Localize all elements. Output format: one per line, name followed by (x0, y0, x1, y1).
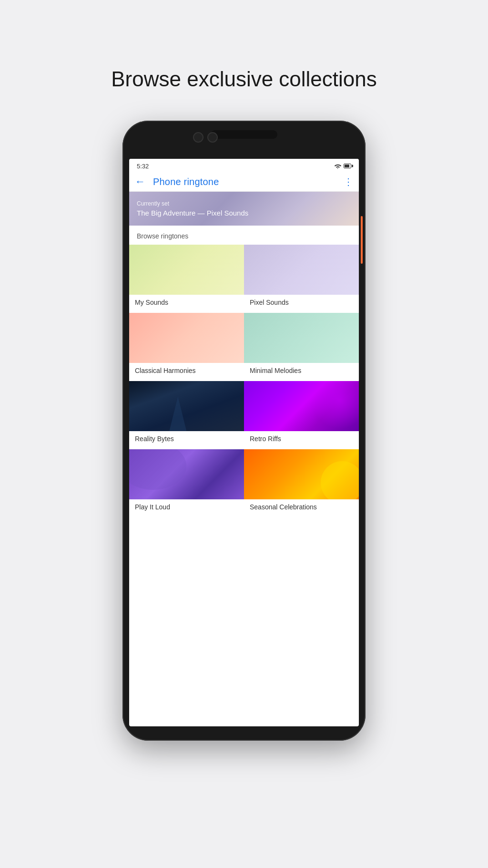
status-icons (334, 163, 351, 169)
status-bar: 5:32 (129, 159, 359, 173)
phone-mockup: 5:32 ← Phone ringtone ⋮ Currently set Th… (122, 121, 366, 741)
thumbnail-my-sounds (129, 245, 244, 295)
thumbnail-reality-bytes (129, 381, 244, 431)
phone-camera-right (207, 132, 218, 143)
thumbnail-minimal-melodies (244, 313, 359, 363)
thumbnail-seasonal-celebrations (244, 449, 359, 499)
thumbnail-pixel-sounds (244, 245, 359, 295)
currently-set-banner: Currently set The Big Adventure — Pixel … (129, 192, 359, 226)
grid-item-pixel-sounds[interactable]: Pixel Sounds (244, 245, 359, 313)
phone-speaker (211, 130, 277, 139)
grid-item-my-sounds[interactable]: My Sounds (129, 245, 244, 313)
label-classical-harmonies: Classical Harmonies (129, 363, 244, 381)
page-title: Browse exclusive collections (111, 67, 377, 92)
label-reality-bytes: Reality Bytes (129, 431, 244, 449)
back-button[interactable]: ← (135, 176, 145, 187)
currently-set-track: The Big Adventure — Pixel Sounds (137, 209, 351, 217)
label-my-sounds: My Sounds (129, 295, 244, 313)
phone-camera-left (193, 132, 203, 143)
grid-item-classical-harmonies[interactable]: Classical Harmonies (129, 313, 244, 381)
grid-item-seasonal-celebrations[interactable]: Seasonal Celebrations (244, 449, 359, 517)
label-retro-riffs: Retro Riffs (244, 431, 359, 449)
grid-item-minimal-melodies[interactable]: Minimal Melodies (244, 313, 359, 381)
label-play-it-loud: Play It Loud (129, 499, 244, 517)
phone-screen: 5:32 ← Phone ringtone ⋮ Currently set Th… (129, 159, 359, 726)
app-bar: ← Phone ringtone ⋮ (129, 173, 359, 192)
grid-item-play-it-loud[interactable]: Play It Loud (129, 449, 244, 517)
currently-set-label: Currently set (137, 200, 351, 207)
label-seasonal-celebrations: Seasonal Celebrations (244, 499, 359, 517)
thumbnail-play-it-loud (129, 449, 244, 499)
label-pixel-sounds: Pixel Sounds (244, 295, 359, 313)
grid-item-retro-riffs[interactable]: Retro Riffs (244, 381, 359, 449)
more-options-button[interactable]: ⋮ (344, 177, 353, 186)
label-minimal-melodies: Minimal Melodies (244, 363, 359, 381)
ringtone-grid: My Sounds Pixel Sounds Classical Harmoni… (129, 245, 359, 517)
app-bar-title: Phone ringtone (153, 176, 344, 187)
thumbnail-classical-harmonies (129, 313, 244, 363)
thumbnail-retro-riffs (244, 381, 359, 431)
browse-header: Browse ringtones (129, 226, 359, 245)
status-time: 5:32 (137, 163, 149, 170)
battery-icon (344, 164, 351, 168)
wifi-icon (334, 163, 342, 169)
scroll-indicator (361, 216, 363, 264)
grid-item-reality-bytes[interactable]: Reality Bytes (129, 381, 244, 449)
